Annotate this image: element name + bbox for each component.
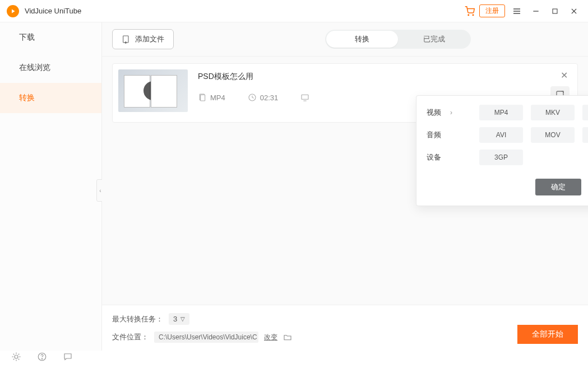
content-toolbar: 添加文件 转换 已完成 [102,22,588,57]
path-label: 文件位置： [112,332,149,342]
menu-icon[interactable] [510,4,524,18]
fmt-mp4[interactable]: MP4 [479,105,523,120]
footer: 最大转换任务： 3 ▽ 文件位置： C:\Users\User\Videos\V… [102,305,588,351]
svg-point-1 [473,15,474,16]
meta-output-icon [300,93,309,102]
svg-rect-13 [201,95,205,101]
media-title: PSD模板怎么用 [198,72,568,82]
pop-label-audio[interactable]: 音频 [427,130,460,140]
meta-duration: 02:31 [248,93,279,102]
format-popover: 视频 › MP4 MKV FLV 音频 AVI MOV WMV [416,95,588,206]
fmt-mkv[interactable]: MKV [531,105,575,120]
fmt-flv[interactable]: FLV [582,105,588,120]
titlebar: VidJuice UniTube 注册 [0,0,588,22]
close-icon[interactable] [567,4,581,18]
fmt-3gp[interactable]: 3GP [479,150,523,165]
ok-button[interactable]: 确定 [535,179,581,195]
help-icon[interactable] [37,352,47,362]
sidebar-item-convert[interactable]: 转换 [0,83,101,113]
add-file-icon [122,35,131,44]
svg-point-0 [468,15,469,16]
pop-label-device[interactable]: 设备 [427,152,460,162]
svg-rect-6 [553,9,557,13]
max-tasks-label: 最大转换任务： [112,314,163,324]
thumbnail[interactable] [118,69,188,112]
add-file-label: 添加文件 [135,34,164,44]
svg-point-28 [41,358,42,359]
svg-line-23 [13,354,15,355]
play-icon [143,81,163,100]
start-all-button[interactable]: 全部开始 [517,325,578,344]
app-title: VidJuice UniTube [25,7,81,15]
sidebar-item-browse[interactable]: 在线浏览 [0,53,101,83]
sidebar-item-download[interactable]: 下载 [0,22,101,53]
tab-done[interactable]: 已完成 [398,31,470,48]
chevron-right-icon: › [450,109,452,116]
maximize-icon[interactable] [548,4,562,18]
minimize-icon[interactable] [529,4,543,18]
fmt-mov[interactable]: MOV [531,127,575,143]
svg-rect-15 [302,95,308,99]
sidebar: 下载 在线浏览 转换 [0,22,102,351]
add-file-button[interactable]: 添加文件 [112,29,174,49]
chevron-down-icon: ▽ [180,316,185,322]
pop-label-video[interactable]: 视频 › [427,108,460,118]
meta-format-value: MP4 [210,94,225,102]
segment-control: 转换 已完成 [325,30,471,49]
folder-icon[interactable] [283,333,292,342]
app-logo [7,5,19,17]
svg-line-24 [18,359,20,360]
svg-line-25 [18,354,20,355]
cart-icon[interactable] [465,6,475,16]
max-tasks-select[interactable]: 3 ▽ [169,313,189,325]
register-button[interactable]: 注册 [479,4,505,17]
theme-icon[interactable] [11,352,21,362]
meta-duration-value: 02:31 [260,94,279,102]
change-path-link[interactable]: 改变 [264,333,277,342]
feedback-icon[interactable] [63,352,73,362]
card-close-icon[interactable]: ✕ [558,69,570,81]
path-value: C:\Users\User\Videos\VidJuice\C [154,332,258,343]
svg-line-26 [13,359,15,360]
meta-format: MP4 [198,93,225,102]
fmt-wmv[interactable]: WMV [582,127,588,143]
fmt-avi[interactable]: AVI [479,127,523,143]
svg-point-18 [15,355,18,358]
tab-convert[interactable]: 转换 [326,31,398,48]
